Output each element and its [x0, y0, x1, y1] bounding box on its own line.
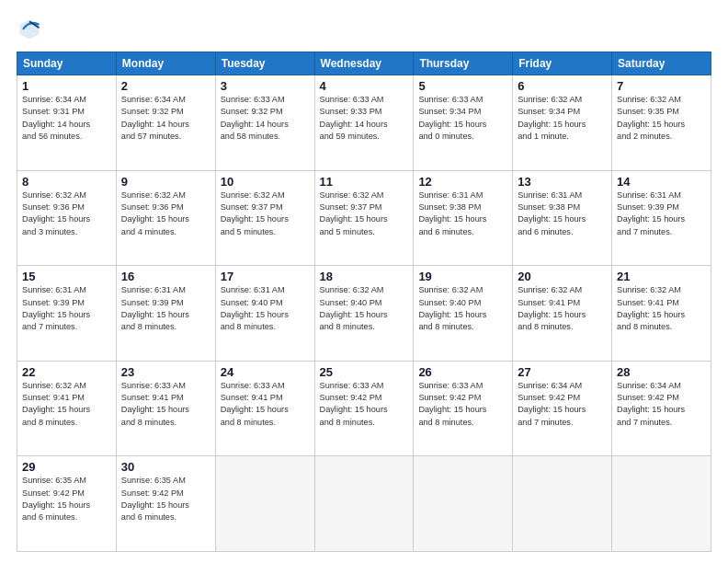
daylight-label: Daylight: 15 hours — [121, 500, 189, 510]
day-info: Sunrise: 6:32 AM Sunset: 9:37 PM Dayligh… — [320, 190, 409, 238]
sunrise-time: Sunrise: 6:33 AM — [418, 381, 483, 390]
sunrise-time: Sunrise: 6:31 AM — [22, 285, 86, 294]
calendar-cell: 20 Sunrise: 6:32 AM Sunset: 9:41 PM Dayl… — [513, 266, 612, 362]
calendar-cell: 1 Sunrise: 6:34 AM Sunset: 9:31 PM Dayli… — [17, 75, 117, 171]
day-number: 27 — [518, 365, 607, 379]
sunrise-time: Sunrise: 6:32 AM — [121, 190, 186, 200]
calendar-cell: 8 Sunrise: 6:32 AM Sunset: 9:36 PM Dayli… — [17, 170, 117, 266]
daylight-detail: and 59 minutes. — [320, 132, 380, 141]
sunrise-time: Sunrise: 6:31 AM — [418, 190, 483, 200]
day-info: Sunrise: 6:32 AM Sunset: 9:36 PM Dayligh… — [22, 190, 111, 238]
daylight-label: Daylight: 15 hours — [221, 310, 289, 319]
day-info: Sunrise: 6:34 AM Sunset: 9:32 PM Dayligh… — [121, 94, 210, 143]
daylight-detail: and 0 minutes. — [418, 132, 473, 141]
calendar-cell: 15 Sunrise: 6:31 AM Sunset: 9:39 PM Dayl… — [17, 266, 117, 362]
sunset-time: Sunset: 9:39 PM — [121, 298, 184, 307]
day-number: 11 — [320, 175, 409, 189]
day-number: 6 — [518, 79, 607, 93]
sunset-time: Sunset: 9:37 PM — [221, 202, 283, 212]
calendar-week-1: 1 Sunrise: 6:34 AM Sunset: 9:31 PM Dayli… — [17, 75, 711, 171]
calendar-cell — [215, 456, 314, 552]
day-info: Sunrise: 6:35 AM Sunset: 9:42 PM Dayligh… — [121, 475, 210, 523]
daylight-label: Daylight: 14 hours — [221, 120, 289, 129]
day-info: Sunrise: 6:34 AM Sunset: 9:42 PM Dayligh… — [617, 380, 706, 429]
sunset-time: Sunset: 9:32 PM — [221, 107, 283, 116]
daylight-detail: and 8 minutes. — [418, 418, 473, 427]
daylight-label: Daylight: 15 hours — [617, 120, 685, 129]
sunset-time: Sunset: 9:41 PM — [617, 298, 679, 307]
calendar-cell: 17 Sunrise: 6:31 AM Sunset: 9:40 PM Dayl… — [215, 266, 314, 362]
day-info: Sunrise: 6:33 AM Sunset: 9:41 PM Dayligh… — [121, 380, 210, 429]
sunrise-time: Sunrise: 6:35 AM — [121, 476, 186, 485]
day-number: 2 — [121, 79, 210, 93]
calendar-cell: 3 Sunrise: 6:33 AM Sunset: 9:32 PM Dayli… — [215, 75, 314, 171]
sunset-time: Sunset: 9:35 PM — [617, 107, 679, 116]
day-number: 9 — [121, 175, 210, 189]
daylight-detail: and 8 minutes. — [418, 322, 473, 331]
daylight-detail: and 8 minutes. — [22, 418, 77, 427]
daylight-label: Daylight: 15 hours — [418, 405, 486, 414]
daylight-label: Daylight: 15 hours — [418, 120, 486, 129]
calendar-cell: 26 Sunrise: 6:33 AM Sunset: 9:42 PM Dayl… — [414, 361, 513, 456]
day-number: 7 — [617, 79, 706, 93]
day-info: Sunrise: 6:31 AM Sunset: 9:40 PM Dayligh… — [221, 284, 310, 333]
calendar-week-5: 29 Sunrise: 6:35 AM Sunset: 9:42 PM Dayl… — [17, 456, 711, 552]
sunrise-time: Sunrise: 6:32 AM — [22, 381, 86, 390]
daylight-label: Daylight: 15 hours — [518, 405, 586, 414]
logo — [17, 17, 46, 42]
sunset-time: Sunset: 9:36 PM — [121, 202, 184, 212]
calendar-table: Sunday Monday Tuesday Wednesday Thursday… — [17, 52, 711, 552]
day-info: Sunrise: 6:32 AM Sunset: 9:40 PM Dayligh… — [320, 284, 409, 333]
calendar-cell: 12 Sunrise: 6:31 AM Sunset: 9:38 PM Dayl… — [414, 170, 513, 266]
daylight-detail: and 57 minutes. — [121, 132, 181, 141]
daylight-label: Daylight: 15 hours — [617, 310, 685, 319]
day-number: 19 — [418, 270, 507, 283]
col-monday: Monday — [116, 52, 215, 75]
sunrise-time: Sunrise: 6:33 AM — [221, 95, 285, 104]
col-thursday: Thursday — [414, 52, 513, 75]
day-info: Sunrise: 6:35 AM Sunset: 9:42 PM Dayligh… — [22, 475, 111, 523]
calendar-cell — [513, 456, 612, 552]
calendar-cell: 5 Sunrise: 6:33 AM Sunset: 9:34 PM Dayli… — [414, 75, 513, 171]
daylight-detail: and 4 minutes. — [121, 227, 176, 236]
daylight-label: Daylight: 14 hours — [320, 120, 388, 129]
daylight-detail: and 6 minutes. — [518, 227, 573, 236]
daylight-label: Daylight: 15 hours — [518, 214, 586, 224]
sunset-time: Sunset: 9:41 PM — [518, 298, 580, 307]
day-number: 15 — [22, 270, 111, 283]
daylight-detail: and 6 minutes. — [418, 227, 473, 236]
daylight-label: Daylight: 15 hours — [320, 214, 388, 224]
day-info: Sunrise: 6:31 AM Sunset: 9:39 PM Dayligh… — [617, 190, 706, 238]
calendar-cell: 27 Sunrise: 6:34 AM Sunset: 9:42 PM Dayl… — [513, 361, 612, 456]
calendar-cell: 21 Sunrise: 6:32 AM Sunset: 9:41 PM Dayl… — [612, 266, 711, 362]
sunset-time: Sunset: 9:42 PM — [22, 488, 85, 498]
sunrise-time: Sunrise: 6:32 AM — [418, 285, 483, 294]
day-number: 28 — [617, 365, 706, 379]
daylight-detail: and 5 minutes. — [221, 227, 276, 236]
daylight-detail: and 8 minutes. — [518, 322, 573, 331]
day-number: 30 — [121, 460, 210, 474]
daylight-detail: and 8 minutes. — [320, 322, 375, 331]
sunrise-time: Sunrise: 6:34 AM — [617, 381, 681, 390]
calendar-cell: 18 Sunrise: 6:32 AM Sunset: 9:40 PM Dayl… — [314, 266, 414, 362]
daylight-label: Daylight: 15 hours — [22, 500, 90, 510]
page: Sunday Monday Tuesday Wednesday Thursday… — [0, 0, 728, 563]
daylight-label: Daylight: 15 hours — [418, 214, 486, 224]
day-info: Sunrise: 6:34 AM Sunset: 9:42 PM Dayligh… — [518, 380, 607, 429]
day-info: Sunrise: 6:33 AM Sunset: 9:33 PM Dayligh… — [320, 94, 409, 143]
daylight-detail: and 7 minutes. — [518, 418, 573, 427]
sunrise-time: Sunrise: 6:31 AM — [121, 285, 186, 294]
sunrise-time: Sunrise: 6:35 AM — [22, 476, 86, 485]
day-info: Sunrise: 6:33 AM Sunset: 9:42 PM Dayligh… — [418, 380, 507, 429]
daylight-label: Daylight: 15 hours — [320, 310, 388, 319]
day-number: 17 — [221, 270, 310, 283]
day-info: Sunrise: 6:34 AM Sunset: 9:31 PM Dayligh… — [22, 94, 111, 143]
sunrise-time: Sunrise: 6:33 AM — [418, 95, 483, 104]
daylight-detail: and 6 minutes. — [121, 512, 176, 522]
calendar-cell: 2 Sunrise: 6:34 AM Sunset: 9:32 PM Dayli… — [116, 75, 215, 171]
sunset-time: Sunset: 9:38 PM — [418, 202, 481, 212]
sunrise-time: Sunrise: 6:32 AM — [221, 190, 285, 200]
sunset-time: Sunset: 9:40 PM — [320, 298, 382, 307]
day-number: 22 — [22, 365, 111, 379]
calendar-cell: 16 Sunrise: 6:31 AM Sunset: 9:39 PM Dayl… — [116, 266, 215, 362]
